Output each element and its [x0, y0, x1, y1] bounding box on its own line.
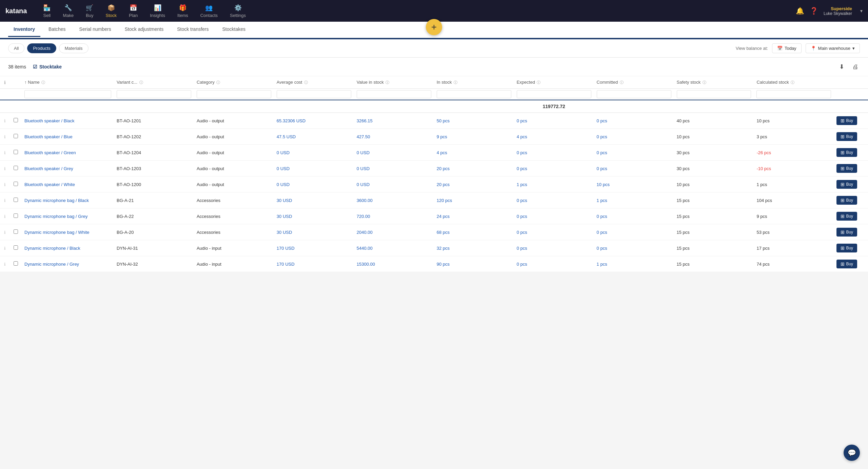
filter-expected-input[interactable]: [517, 90, 591, 98]
row-checkbox-input-2[interactable]: [14, 150, 18, 154]
row-checkbox-9[interactable]: [9, 256, 22, 272]
product-link-8[interactable]: Dynamic microphone / Black: [24, 246, 80, 251]
expected-link-3[interactable]: 0 pcs: [517, 166, 527, 171]
expected-link-2[interactable]: 0 pcs: [517, 150, 527, 155]
tab-inventory[interactable]: Inventory: [8, 22, 40, 37]
download-button[interactable]: ⬇: [838, 62, 846, 72]
add-fab[interactable]: +: [426, 19, 442, 35]
filter-products[interactable]: Products: [27, 43, 56, 53]
filter-category-input[interactable]: [197, 90, 271, 98]
buy-button-7[interactable]: ⊞ Buy: [836, 228, 857, 237]
th-category[interactable]: Category ⓘ: [194, 76, 274, 89]
buy-button-3[interactable]: ⊞ Buy: [836, 164, 857, 173]
print-button[interactable]: 🖨: [851, 62, 860, 72]
th-safety-stock[interactable]: Safety stock ⓘ: [674, 76, 754, 89]
help-icon[interactable]: ❓: [810, 7, 818, 15]
tab-serial-numbers[interactable]: Serial numbers: [74, 22, 117, 37]
row-checkbox-input-6[interactable]: [14, 213, 18, 218]
value-link-3[interactable]: 0 USD: [357, 166, 370, 171]
row-checkbox-input-7[interactable]: [14, 229, 18, 234]
expected-link-5[interactable]: 0 pcs: [517, 198, 527, 203]
committed-link-3[interactable]: 0 pcs: [597, 166, 607, 171]
product-link-4[interactable]: Bluetooth speaker / White: [24, 182, 75, 187]
location-button[interactable]: 📍 Main warehouse ▾: [806, 43, 860, 53]
committed-link-6[interactable]: 0 pcs: [597, 214, 607, 219]
app-logo[interactable]: katana: [5, 7, 27, 15]
buy-button-4[interactable]: ⊞ Buy: [836, 180, 857, 189]
expected-link-9[interactable]: 0 pcs: [517, 262, 527, 267]
avgcost-link-7[interactable]: 30 USD: [277, 230, 292, 235]
buy-button-6[interactable]: ⊞ Buy: [836, 212, 857, 221]
committed-link-5[interactable]: 1 pcs: [597, 198, 607, 203]
instock-link-9[interactable]: 90 pcs: [437, 262, 450, 267]
th-committed[interactable]: Committed ⓘ: [594, 76, 674, 89]
th-in-stock[interactable]: In stock ⓘ: [434, 76, 514, 89]
row-checkbox-5[interactable]: [9, 192, 22, 208]
nav-make[interactable]: 🔧 Make: [57, 1, 79, 21]
row-checkbox-input-0[interactable]: [14, 118, 18, 122]
expected-link-0[interactable]: 0 pcs: [517, 118, 527, 123]
tab-batches[interactable]: Batches: [43, 22, 71, 37]
row-checkbox-input-9[interactable]: [14, 261, 18, 266]
committed-link-9[interactable]: 1 pcs: [597, 262, 607, 267]
product-link-6[interactable]: Dynamic microphone bag / Grey: [24, 214, 87, 219]
buy-button-5[interactable]: ⊞ Buy: [836, 196, 857, 205]
th-avg-cost[interactable]: Average cost ⓘ: [274, 76, 354, 89]
stocktake-button[interactable]: ☑ Stocktake: [33, 64, 62, 69]
buy-button-9[interactable]: ⊞ Buy: [836, 260, 857, 268]
filter-variant-input[interactable]: [117, 90, 191, 98]
value-link-8[interactable]: 5440.00: [357, 246, 373, 251]
filter-name-input[interactable]: [24, 90, 111, 98]
filter-avgcost-input[interactable]: [277, 90, 351, 98]
instock-link-6[interactable]: 24 pcs: [437, 214, 450, 219]
product-link-9[interactable]: Dynamic microphone / Grey: [24, 262, 79, 267]
row-checkbox-7[interactable]: [9, 224, 22, 240]
buy-button-0[interactable]: ⊞ Buy: [836, 116, 857, 125]
nav-items[interactable]: 🎁 Items: [172, 1, 194, 21]
avgcost-link-2[interactable]: 0 USD: [277, 150, 290, 155]
product-link-0[interactable]: Bluetooth speaker / Black: [24, 118, 74, 123]
row-checkbox-4[interactable]: [9, 177, 22, 192]
filter-all[interactable]: All: [8, 43, 24, 53]
committed-link-1[interactable]: 0 pcs: [597, 134, 607, 139]
avgcost-link-9[interactable]: 170 USD: [277, 262, 295, 267]
th-variant[interactable]: Variant c... ⓘ: [114, 76, 194, 89]
buy-button-2[interactable]: ⊞ Buy: [836, 148, 857, 157]
committed-link-4[interactable]: 10 pcs: [597, 182, 610, 187]
row-checkbox-0[interactable]: [9, 113, 22, 129]
avgcost-link-5[interactable]: 30 USD: [277, 198, 292, 203]
instock-link-8[interactable]: 32 pcs: [437, 246, 450, 251]
filter-calculated-input[interactable]: [756, 90, 831, 98]
nav-buy[interactable]: 🛒 Buy: [80, 1, 99, 21]
value-link-7[interactable]: 2040.00: [357, 230, 373, 235]
instock-link-5[interactable]: 120 pcs: [437, 198, 452, 203]
nav-contacts[interactable]: 👥 Contacts: [195, 1, 223, 21]
row-checkbox-3[interactable]: [9, 161, 22, 177]
committed-link-8[interactable]: 0 pcs: [597, 246, 607, 251]
tab-stocktakes[interactable]: Stocktakes: [217, 22, 251, 37]
avgcost-link-4[interactable]: 0 USD: [277, 182, 290, 187]
buy-button-1[interactable]: ⊞ Buy: [836, 132, 857, 141]
tab-stock-transfers[interactable]: Stock transfers: [172, 22, 214, 37]
avgcost-link-0[interactable]: 65.32306 USD: [277, 118, 305, 123]
user-dropdown-arrow[interactable]: ▾: [860, 8, 863, 14]
row-checkbox-input-5[interactable]: [14, 198, 18, 202]
filter-instock-input[interactable]: [437, 90, 511, 98]
product-link-3[interactable]: Bluetooth speaker / Grey: [24, 166, 73, 171]
filter-materials[interactable]: Materials: [59, 43, 88, 53]
tab-stock-adjustments[interactable]: Stock adjustments: [119, 22, 169, 37]
value-link-1[interactable]: 427.50: [357, 134, 370, 139]
row-checkbox-input-4[interactable]: [14, 182, 18, 186]
committed-link-0[interactable]: 0 pcs: [597, 118, 607, 123]
instock-link-0[interactable]: 50 pcs: [437, 118, 450, 123]
value-link-2[interactable]: 0 USD: [357, 150, 370, 155]
filter-value-input[interactable]: [357, 90, 431, 98]
th-expected[interactable]: Expected ⓘ: [514, 76, 594, 89]
avgcost-link-3[interactable]: 0 USD: [277, 166, 290, 171]
filter-safety-input[interactable]: [677, 90, 751, 98]
instock-link-1[interactable]: 9 pcs: [437, 134, 447, 139]
th-calculated[interactable]: Calculated stock ⓘ: [754, 76, 834, 89]
row-checkbox-input-8[interactable]: [14, 245, 18, 250]
expected-link-4[interactable]: 1 pcs: [517, 182, 527, 187]
notifications-icon[interactable]: 🔔: [796, 7, 804, 15]
